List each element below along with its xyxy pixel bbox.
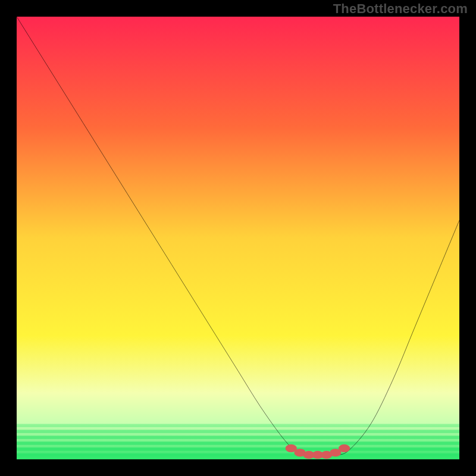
svg-rect-0 [17, 424, 459, 427]
svg-rect-4 [17, 447, 459, 450]
chart-svg [17, 17, 459, 459]
gradient-backdrop [17, 17, 459, 459]
svg-rect-1 [17, 430, 459, 433]
svg-point-12 [339, 444, 350, 452]
watermark-text: TheBottlenecker.com [333, 1, 468, 17]
plot-area [17, 17, 459, 459]
svg-rect-5 [17, 453, 459, 456]
svg-rect-2 [17, 436, 459, 439]
svg-rect-3 [17, 441, 459, 444]
chart-frame: TheBottlenecker.com [0, 0, 476, 476]
